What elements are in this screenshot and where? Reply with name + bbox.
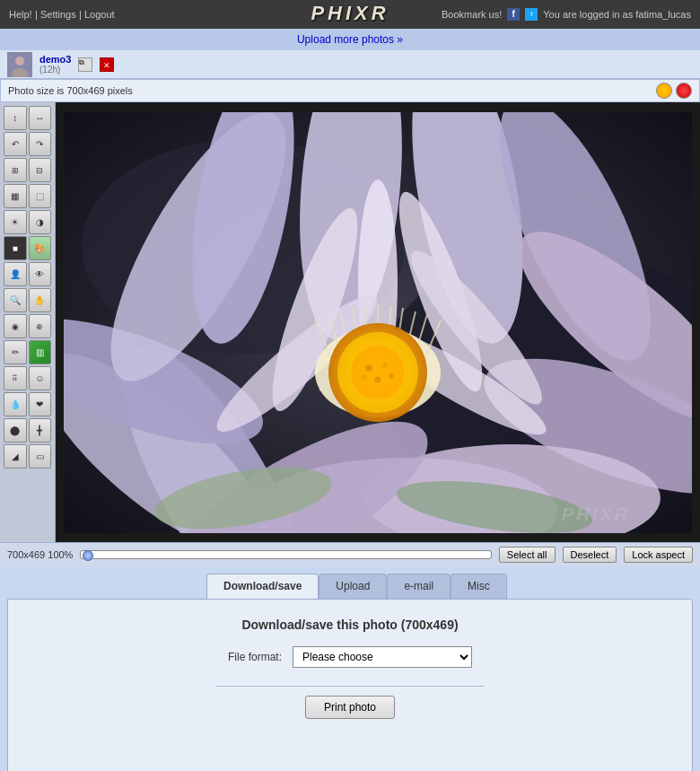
select-all-button[interactable]: Select all (499, 547, 556, 563)
upload-bar: Upload more photos » (0, 29, 700, 50)
header-nav: Help! | Settings | Logout (9, 8, 115, 21)
format-select[interactable]: Please choose JPEG PNG GIF BMP TIFF (293, 646, 472, 668)
tool-row-5: ☀ ◑ (4, 210, 51, 234)
photo-size-text: Photo size is 700x469 pixels (8, 85, 133, 96)
lock-aspect-button[interactable]: Lock aspect (624, 547, 693, 563)
progress-handle[interactable] (83, 550, 93, 561)
resize-tool[interactable]: ⊞ (4, 158, 27, 182)
rotate-left-tool[interactable]: ↶ (4, 132, 27, 156)
tab-misc[interactable]: Misc (451, 574, 507, 599)
download-title: Download/save this photo (700x469) (26, 618, 674, 632)
gradient-tool[interactable]: ◢ (4, 444, 27, 469)
crop-tool[interactable]: ⊟ (29, 158, 52, 182)
tabs-row: Download/save Upload e-mail Misc (0, 574, 700, 599)
tool-row-11: ⠿ ☺ (4, 366, 51, 390)
bookmark-text: Bookmark us! (442, 9, 502, 20)
help-link[interactable]: Help! (9, 9, 32, 20)
toolbar: ↕ ↔ ↶ ↷ ⊞ ⊟ ▦ ⬚ ☀ ◑ ■ 🎨 👤 👁 🔍 ✋ (0, 102, 56, 542)
grid-tool[interactable]: ▦ (4, 184, 27, 208)
tab-email[interactable]: e-mail (387, 574, 451, 599)
border-tool[interactable]: ⬚ (29, 184, 52, 208)
avatar-image (7, 52, 32, 77)
facebook-icon[interactable]: f (507, 8, 520, 21)
deselect-button[interactable]: Deselect (563, 547, 617, 563)
shape-tool[interactable]: ⬤ (4, 418, 27, 442)
zoom-tool[interactable]: 🔍 (4, 288, 27, 312)
svg-point-43 (382, 363, 388, 368)
canvas-area: PHIXR (56, 102, 700, 542)
flower-photo: PHIXR (64, 112, 692, 533)
svg-point-1 (15, 57, 24, 66)
hand-tool[interactable]: ✋ (29, 288, 52, 312)
twitter-icon[interactable]: t (525, 8, 538, 21)
session-time: (12h) (39, 65, 71, 74)
tool-row-13: ⬤ ╋ (4, 418, 51, 442)
tool-row-10: ✏ ▥ (4, 340, 51, 364)
avatar (7, 52, 32, 77)
user-status: You are logged in as fatima_lucas (543, 9, 691, 20)
format-row: File format: Please choose JPEG PNG GIF … (26, 646, 674, 668)
pattern-tool[interactable]: ▥ (29, 340, 52, 364)
sticker-tool[interactable]: ❤ (29, 392, 52, 416)
tool-row-8: 🔍 ✋ (4, 288, 51, 312)
contrast-tool[interactable]: ◑ (29, 210, 52, 234)
brightness-tool[interactable]: ☀ (4, 210, 27, 234)
tabs-section: Download/save Upload e-mail Misc Downloa… (0, 566, 700, 771)
close-button[interactable] (676, 83, 692, 99)
logo: PHIXR (311, 2, 389, 25)
zoom-info: 700x469 100% (7, 549, 73, 560)
print-photo-button[interactable]: Print photo (305, 696, 395, 719)
eye-tool[interactable]: 👁 (29, 262, 52, 286)
color-palette-tool[interactable]: 🎨 (29, 236, 52, 260)
svg-text:PHIXR: PHIXR (562, 504, 630, 524)
face-tool[interactable]: 👤 (4, 262, 27, 286)
view-tool[interactable]: ◉ (4, 314, 27, 338)
user-panel: demo3 (12h) ⧉ ✕ (0, 50, 700, 79)
svg-point-45 (362, 374, 367, 380)
color-fill-tool[interactable]: ■ (4, 236, 27, 260)
tabs-content: Download/save this photo (700x469) File … (7, 599, 693, 771)
tool-row-3: ⊞ ⊟ (4, 158, 51, 182)
progress-bar-area: 700x469 100% Select all Deselect Lock as… (0, 542, 700, 566)
tool-row-1: ↕ ↔ (4, 106, 51, 130)
pencil-tool[interactable]: ✏ (4, 340, 27, 364)
svg-point-42 (365, 364, 372, 372)
clone-tool[interactable]: ⊕ (29, 314, 52, 338)
format-label: File format: (228, 651, 282, 663)
upload-more-link[interactable]: Upload more photos » (297, 33, 403, 46)
tool-row-12: 💧 ❤ (4, 392, 51, 416)
username[interactable]: demo3 (39, 54, 71, 65)
emoji-tool[interactable]: ☺ (29, 366, 52, 390)
flip-horizontal-tool[interactable]: ↔ (29, 106, 52, 130)
photo-canvas: PHIXR (56, 102, 700, 542)
download-form: Download/save this photo (700x469) File … (26, 618, 674, 719)
tool-row-9: ◉ ⊕ (4, 314, 51, 338)
window-controls (656, 83, 692, 99)
svg-point-41 (351, 346, 405, 399)
add-layer-tool[interactable]: ╋ (29, 418, 52, 442)
svg-point-44 (375, 376, 381, 382)
svg-point-46 (389, 373, 394, 379)
noise-tool[interactable]: ⠿ (4, 366, 27, 390)
tool-row-2: ↶ ↷ (4, 132, 51, 156)
minimize-button[interactable] (656, 83, 672, 99)
header-right: Bookmark us! f t You are logged in as fa… (442, 8, 691, 21)
settings-link[interactable]: Settings (40, 9, 76, 20)
tool-row-4: ▦ ⬚ (4, 184, 51, 208)
flip-vertical-tool[interactable]: ↕ (4, 106, 27, 130)
logout-link[interactable]: Logout (84, 9, 115, 20)
divider (215, 686, 485, 687)
tab-upload[interactable]: Upload (319, 574, 387, 599)
tool-row-7: 👤 👁 (4, 262, 51, 286)
photo-size-bar: Photo size is 700x469 pixels (0, 79, 700, 102)
header: Help! | Settings | Logout PHIXR Bookmark… (0, 0, 700, 29)
tool-row-14: ◢ ▭ (4, 444, 51, 469)
tool-row-6: ■ 🎨 (4, 236, 51, 260)
tab-download[interactable]: Download/save (206, 574, 319, 599)
delete-photo-button[interactable]: ✕ (100, 57, 114, 72)
dropper-tool[interactable]: 💧 (4, 392, 27, 416)
rect-tool[interactable]: ▭ (29, 444, 52, 469)
copy-photo-button[interactable]: ⧉ (78, 57, 92, 72)
rotate-right-tool[interactable]: ↷ (29, 132, 52, 156)
progress-track[interactable] (80, 550, 491, 559)
